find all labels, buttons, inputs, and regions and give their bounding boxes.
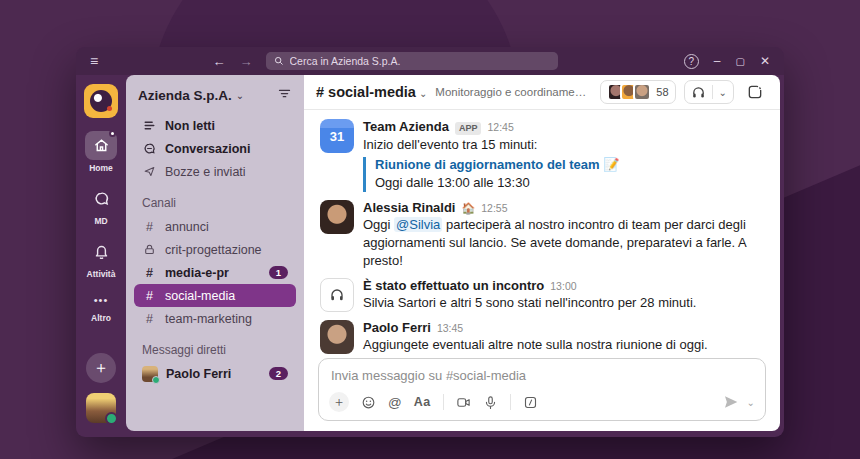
message-author[interactable]: Paolo Ferri [363, 320, 431, 335]
workspace-rail: Home MD Attività ••• Altro ＋ [76, 75, 126, 431]
sidebar-channel-media-e-pr[interactable]: # media-e-pr 1 [134, 261, 296, 284]
send-icon [723, 394, 739, 410]
rail-item-home[interactable]: Home [85, 131, 117, 173]
sidebar-channel-annunci[interactable]: # annunci [134, 215, 296, 238]
dms-section-header[interactable]: Messaggi diretti [126, 330, 304, 362]
dms-icon [93, 190, 110, 207]
sidebar-item-label: Non letti [165, 119, 215, 133]
user-avatar[interactable] [86, 393, 116, 423]
message-timestamp[interactable]: 12:55 [481, 202, 507, 214]
close-button[interactable]: ✕ [760, 54, 770, 68]
lock-icon [142, 243, 157, 256]
emoji-icon [361, 395, 376, 410]
channel-label: team-marketing [165, 312, 252, 326]
paolo-avatar[interactable] [320, 320, 354, 354]
channel-header: # social-media⌄ Monitoraggio e coordinam… [304, 75, 780, 110]
attach-plus-button[interactable]: ＋ [329, 392, 349, 412]
filter-icon[interactable] [277, 86, 292, 105]
mention-button[interactable]: @ [388, 395, 402, 410]
members-button[interactable]: 58 [600, 80, 675, 104]
microphone-icon [483, 395, 498, 410]
video-clip-button[interactable] [456, 395, 471, 410]
sidebar-channel-social-media[interactable]: # social-media [134, 284, 296, 307]
hash-icon: # [142, 289, 157, 303]
status-emoji: 🏠 [461, 202, 475, 215]
workspace-logo-dot [107, 106, 112, 111]
formatting-button[interactable]: Aa [414, 395, 431, 409]
channels-section-header[interactable]: Canali [126, 183, 304, 215]
workspace-menu[interactable]: Azienda S.p.A. ⌄ [126, 84, 304, 114]
workspace-switcher-button[interactable] [84, 84, 118, 118]
huddle-title: È stato effettuato un incontro [363, 278, 544, 293]
rail-label-dms: MD [94, 216, 107, 226]
sidebar-item-drafts[interactable]: Bozze e inviati [134, 160, 296, 183]
window-controls: ? – ▢ ✕ [684, 54, 770, 69]
audio-clip-button[interactable] [483, 395, 498, 410]
event-link[interactable]: Riunione di aggiornamento del team 📝 [375, 157, 764, 174]
rail-item-dms[interactable]: MD [85, 184, 117, 226]
alessia-avatar[interactable] [320, 200, 354, 234]
app-badge: APP [455, 122, 482, 135]
emoji-picker-button[interactable] [361, 395, 376, 410]
channel-label: annunci [165, 220, 209, 234]
search-input[interactable] [290, 55, 550, 67]
help-icon[interactable]: ? [684, 54, 699, 69]
sidebar-channel-team-marketing[interactable]: # team-marketing [134, 307, 296, 330]
message-list[interactable]: 31 Team Azienda APP 12:45 Inizio dell'ev… [304, 110, 780, 356]
history-back-button[interactable]: ← [206, 54, 233, 69]
channel-topic[interactable]: Monitoraggio e coordinamento dei social … [435, 86, 592, 98]
rail-label-home: Home [89, 163, 113, 173]
sidebar-item-label: Bozze e inviati [165, 165, 246, 179]
maximize-button[interactable]: ▢ [735, 56, 744, 67]
minimize-button[interactable]: – [714, 54, 721, 68]
message-timestamp[interactable]: 13:45 [437, 322, 463, 334]
search-bar[interactable] [266, 52, 558, 70]
home-icon [93, 137, 110, 154]
chevron-down-icon: ⌄ [236, 90, 244, 101]
slash-command-icon [523, 395, 538, 410]
rail-item-more[interactable]: ••• Altro [85, 290, 117, 323]
message-input[interactable]: Invia messaggio su #social-media [319, 359, 765, 386]
slack-window: ≡ ← → ? – ▢ ✕ Home [76, 47, 784, 437]
message-text: Aggiungete eventuali altre note sulla no… [363, 336, 764, 354]
plus-icon: ＋ [93, 358, 109, 379]
message-huddle-summary: È stato effettuato un incontro 13:00 Sil… [304, 274, 780, 316]
unreads-icon [142, 119, 157, 132]
bell-icon [93, 243, 110, 260]
rail-item-activity[interactable]: Attività [85, 237, 117, 279]
calendar-app-avatar[interactable]: 31 [320, 119, 354, 153]
sidebar-item-unreads[interactable]: Non letti [134, 114, 296, 137]
sidebar-dm-paolo-ferri[interactable]: Paolo Ferri 2 [134, 362, 296, 385]
message-composer: Invia messaggio su #social-media ＋ @ Aa [318, 358, 766, 421]
send-options-chevron[interactable]: ⌄ [747, 397, 755, 408]
sidebar-item-threads[interactable]: Conversazioni [134, 137, 296, 160]
huddle-summary-text: Silvia Sartori e altri 5 sono stati nell… [363, 294, 764, 312]
event-time-range: Oggi dalle 13:00 alle 13:30 [375, 174, 764, 192]
search-icon [274, 56, 284, 66]
create-new-button[interactable]: ＋ [86, 353, 116, 383]
drafts-icon [142, 165, 157, 178]
hamburger-menu-icon[interactable]: ≡ [90, 53, 98, 69]
workspace-name: Azienda S.p.A. [138, 88, 232, 103]
sidebar-channel-crit-progettazione[interactable]: crit-progettazione [134, 238, 296, 261]
huddle-chevron-icon[interactable]: ⌄ [719, 87, 727, 98]
channel-name-button[interactable]: # social-media⌄ [316, 84, 427, 100]
huddle-button[interactable]: ⌄ [684, 80, 734, 104]
member-count: 58 [656, 86, 668, 98]
unread-badge: 1 [269, 266, 288, 280]
history-forward-button[interactable]: → [233, 54, 260, 69]
member-avatars [607, 83, 651, 101]
send-button[interactable] [723, 394, 739, 410]
message-timestamp[interactable]: 13:00 [550, 280, 576, 292]
unread-badge: 2 [269, 367, 288, 381]
message-timestamp[interactable]: 12:45 [487, 121, 513, 133]
canvas-icon [747, 84, 763, 100]
rail-label-activity: Attività [87, 269, 116, 279]
channel-canvas-button[interactable] [742, 80, 768, 104]
message-author[interactable]: Team Azienda [363, 119, 449, 134]
mention-silvia[interactable]: @Silvia [394, 217, 442, 232]
message-author[interactable]: Alessia Rinaldi [363, 200, 455, 215]
headphones-icon [691, 85, 706, 100]
channel-label: social-media [165, 289, 235, 303]
shortcuts-button[interactable] [523, 395, 538, 410]
